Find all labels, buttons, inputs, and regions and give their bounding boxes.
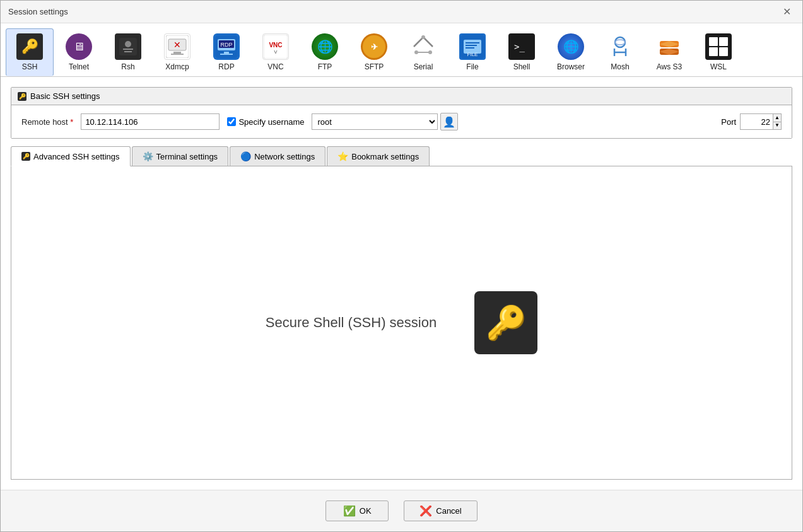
bottom-bar: ✅ OK ❌ Cancel (1, 490, 802, 531)
svg-line-20 (423, 37, 433, 47)
protocol-label-mosh: Mosh (611, 62, 629, 71)
svg-rect-47 (719, 47, 728, 56)
ssh-icon: 🔑 (16, 33, 43, 60)
title-bar: Session settings ✕ (1, 1, 802, 23)
user-icon-button[interactable]: 👤 (440, 113, 458, 130)
protocol-label-serial: Serial (414, 62, 433, 71)
basic-ssh-header-icon: 🔑 (18, 92, 26, 101)
tab-content-area: Secure Shell (SSH) session 🔑 (11, 166, 792, 480)
network-tab-icon: 🔵 (240, 151, 251, 161)
svg-rect-7 (173, 52, 181, 54)
svg-rect-28 (466, 42, 479, 43)
protocol-item-ssh[interactable]: 🔑 SSH (6, 28, 54, 76)
svg-point-35 (615, 40, 625, 45)
cancel-button[interactable]: ❌ Cancel (404, 500, 477, 521)
protocol-label-ftp: FTP (318, 62, 332, 71)
svg-rect-30 (466, 47, 474, 49)
vnc-icon: VNC V (262, 33, 289, 60)
specify-username-checkbox[interactable] (227, 117, 236, 126)
tab-terminal-label: Terminal settings (156, 152, 218, 161)
settings-tab-bar: 🔑 Advanced SSH settings ⚙️ Terminal sett… (11, 146, 792, 166)
svg-text:V: V (274, 49, 278, 55)
wsl-icon (705, 33, 732, 60)
protocol-item-mosh[interactable]: Mosh (596, 28, 644, 76)
svg-text:✈: ✈ (371, 42, 378, 52)
protocol-item-rsh[interactable]: Rsh (104, 28, 152, 76)
ok-label: OK (360, 506, 372, 516)
protocol-item-shell[interactable]: >_ Shell (498, 28, 546, 76)
protocol-label-rdp: RDP (218, 62, 234, 71)
rsh-icon (115, 33, 141, 60)
svg-rect-3 (124, 51, 132, 52)
svg-text:>_: >_ (514, 42, 525, 52)
rdp-icon: RDP (213, 33, 240, 60)
protocol-label-file: File (466, 62, 478, 71)
svg-rect-11 (224, 52, 229, 54)
svg-text:FILE: FILE (467, 52, 478, 57)
port-input[interactable] (740, 113, 773, 130)
protocol-item-ftp[interactable]: 🌐 FTP (301, 28, 349, 76)
protocol-label-telnet: Telnet (69, 62, 89, 71)
protocol-item-wsl[interactable]: WSL (695, 28, 742, 76)
protocol-label-wsl: WSL (710, 62, 727, 71)
protocol-label-rsh: Rsh (121, 62, 134, 71)
protocol-label-awss3: Aws S3 (657, 62, 682, 71)
username-wrap: root 👤 (312, 113, 458, 130)
protocol-item-file[interactable]: FILE File (448, 28, 496, 76)
ok-icon: ✅ (343, 505, 356, 517)
tab-bookmark[interactable]: ⭐ Bookmark settings (327, 146, 430, 166)
svg-rect-8 (171, 54, 184, 55)
svg-point-22 (421, 35, 425, 39)
tab-network[interactable]: 🔵 Network settings (230, 146, 325, 166)
svg-point-34 (615, 37, 625, 47)
protocol-label-ssh: SSH (22, 62, 38, 71)
protocol-bar: 🔑 SSH 🖥 Telnet Rsh (1, 23, 802, 77)
session-type-label: Secure Shell (SSH) session (266, 315, 437, 331)
file-icon: FILE (459, 33, 486, 60)
window-title: Session settings (8, 7, 68, 16)
protocol-item-browser[interactable]: 🌐 Browser (547, 28, 595, 76)
port-input-wrap: ▲ ▼ (740, 113, 782, 130)
svg-text:✕: ✕ (173, 40, 181, 50)
remote-host-input[interactable] (81, 113, 220, 130)
browser-icon: 🌐 (558, 33, 584, 60)
shell-icon: >_ (508, 33, 535, 60)
protocol-label-browser: Browser (557, 62, 585, 71)
ok-button[interactable]: ✅ OK (325, 500, 389, 521)
port-spin-up[interactable]: ▲ (773, 114, 781, 122)
protocol-label-vnc: VNC (267, 62, 283, 71)
remote-host-label: Remote host * (21, 117, 73, 127)
svg-text:VNC: VNC (269, 42, 282, 49)
tab-bookmark-label: Bookmark settings (351, 152, 419, 161)
basic-ssh-label: Basic SSH settings (30, 91, 100, 101)
basic-ssh-panel: 🔑 Basic SSH settings Remote host * Speci… (11, 87, 792, 139)
basic-ssh-header: 🔑 Basic SSH settings (11, 88, 792, 105)
xdmcp-icon: ✕ (164, 33, 190, 60)
tab-advanced-ssh-label: Advanced SSH settings (33, 152, 120, 161)
svg-rect-2 (123, 49, 133, 50)
protocol-item-xdmcp[interactable]: ✕ Xdmcp (153, 28, 201, 76)
port-label: Port (721, 117, 736, 127)
specify-username-label[interactable]: Specify username (227, 117, 304, 127)
protocol-item-telnet[interactable]: 🖥 Telnet (55, 28, 103, 76)
session-settings-window: Session settings ✕ 🔑 SSH 🖥 Telnet Rsh (0, 0, 803, 532)
protocol-label-shell: Shell (513, 62, 530, 71)
svg-rect-44 (709, 37, 718, 46)
tab-advanced-ssh[interactable]: 🔑 Advanced SSH settings (11, 146, 131, 166)
protocol-item-serial[interactable]: Serial (399, 28, 447, 76)
tab-network-label: Network settings (254, 152, 315, 161)
sftp-icon: ✈ (361, 33, 387, 60)
protocol-label-sftp: SFTP (365, 62, 384, 71)
basic-ssh-row: Remote host * Specify username root 👤 (21, 113, 782, 130)
port-spin-down[interactable]: ▼ (773, 122, 781, 130)
username-select[interactable]: root (312, 113, 438, 130)
protocol-item-rdp[interactable]: RDP RDP (202, 28, 250, 76)
svg-rect-45 (719, 37, 728, 46)
cancel-label: Cancel (436, 506, 461, 516)
protocol-item-vnc[interactable]: VNC V VNC (252, 28, 300, 76)
session-key-icon-box: 🔑 (474, 291, 537, 354)
tab-terminal[interactable]: ⚙️ Terminal settings (132, 146, 229, 166)
protocol-item-sftp[interactable]: ✈ SFTP (350, 28, 398, 76)
protocol-item-awss3[interactable]: Aws S3 (645, 28, 693, 76)
close-button[interactable]: ✕ (779, 6, 795, 18)
